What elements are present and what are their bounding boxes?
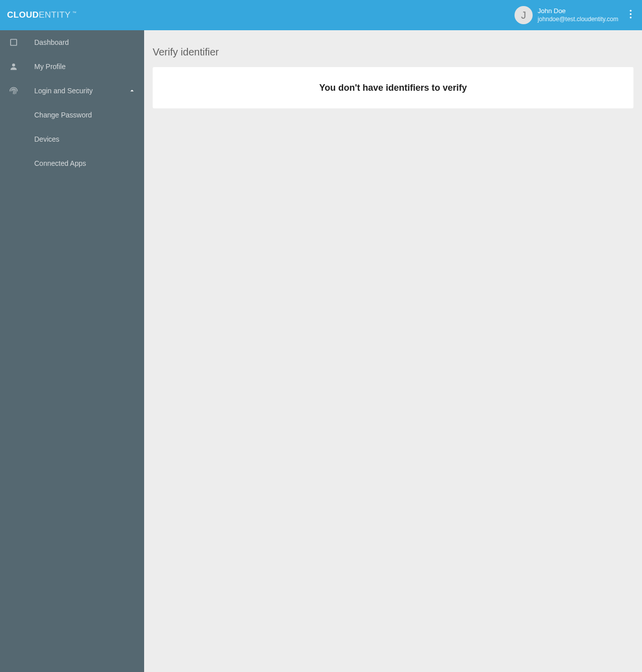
svg-rect-3 bbox=[11, 39, 17, 45]
logo-trademark: ™ bbox=[72, 11, 76, 15]
svg-point-2 bbox=[630, 17, 632, 19]
logo[interactable]: CLOUDENTITY™ bbox=[7, 10, 76, 20]
identifier-card: You don't have identifiers to verify bbox=[153, 67, 633, 108]
logo-light-text: ENTITY bbox=[39, 10, 71, 20]
main-content: Verify identifier You don't have identif… bbox=[144, 30, 642, 672]
svg-point-0 bbox=[630, 10, 632, 12]
layout: Dashboard My Profile Login and Secur bbox=[0, 30, 642, 672]
person-icon bbox=[8, 61, 19, 72]
sidebar-item-label: Connected Apps bbox=[34, 159, 86, 167]
sidebar-item-login-security[interactable]: Login and Security bbox=[0, 79, 144, 103]
sidebar-item-devices[interactable]: Devices bbox=[0, 127, 144, 151]
user-block[interactable]: J John Doe johndoe@test.cloudentity.com bbox=[515, 6, 618, 24]
dashboard-icon bbox=[8, 37, 19, 48]
user-text: John Doe johndoe@test.cloudentity.com bbox=[538, 7, 618, 23]
user-name: John Doe bbox=[538, 7, 618, 16]
sidebar-item-change-password[interactable]: Change Password bbox=[0, 103, 144, 127]
avatar-initial: J bbox=[521, 10, 526, 21]
svg-point-4 bbox=[12, 64, 15, 67]
more-vertical-icon bbox=[629, 10, 632, 21]
chevron-up-icon bbox=[128, 87, 136, 95]
user-email: johndoe@test.cloudentity.com bbox=[538, 16, 618, 24]
sidebar-item-connected-apps[interactable]: Connected Apps bbox=[0, 151, 144, 175]
sidebar-item-label: Dashboard bbox=[34, 38, 136, 46]
empty-state-message: You don't have identifiers to verify bbox=[319, 83, 467, 93]
more-menu-button[interactable] bbox=[626, 7, 635, 24]
logo-bold-text: CLOUD bbox=[7, 10, 39, 20]
header: CLOUDENTITY™ J John Doe johndoe@test.clo… bbox=[0, 0, 642, 30]
header-right: J John Doe johndoe@test.cloudentity.com bbox=[515, 6, 635, 24]
avatar: J bbox=[515, 6, 533, 24]
sidebar: Dashboard My Profile Login and Secur bbox=[0, 30, 144, 672]
sidebar-item-label: Devices bbox=[34, 135, 59, 143]
sidebar-item-label: My Profile bbox=[34, 63, 136, 71]
sidebar-item-label: Change Password bbox=[34, 111, 92, 119]
sidebar-item-label: Login and Security bbox=[34, 87, 128, 95]
sidebar-item-my-profile[interactable]: My Profile bbox=[0, 54, 144, 79]
svg-point-1 bbox=[630, 13, 632, 15]
fingerprint-icon bbox=[8, 85, 19, 96]
page-title: Verify identifier bbox=[153, 46, 633, 58]
sidebar-item-dashboard[interactable]: Dashboard bbox=[0, 30, 144, 54]
